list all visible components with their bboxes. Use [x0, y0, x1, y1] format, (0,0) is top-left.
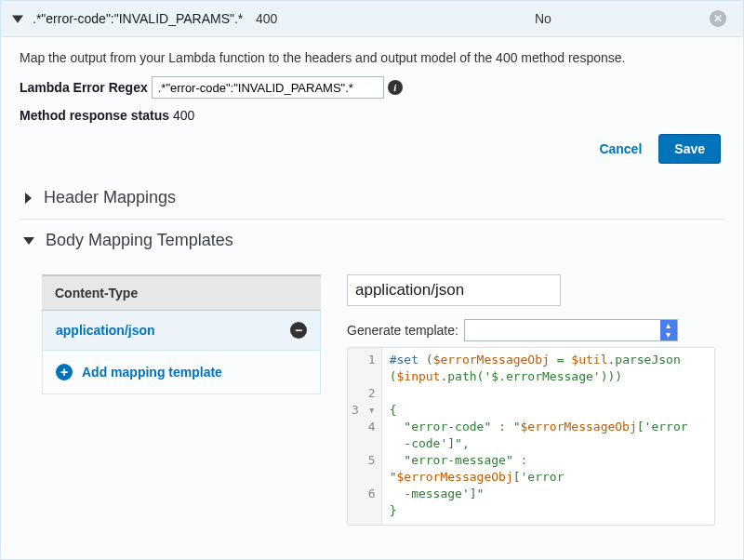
template-code-editor[interactable]: 1 23 ▾4 5 6 #set ($errorMessageObj = $ut…	[347, 347, 715, 526]
svg-marker-2	[23, 237, 34, 245]
generate-template-label: Generate template:	[347, 323, 458, 338]
status-code-cell: 400	[256, 11, 525, 26]
body-mapping-title: Body Mapping Templates	[46, 231, 233, 250]
content-type-link[interactable]: application/json	[56, 323, 155, 338]
header-mappings-title: Header Mappings	[44, 188, 176, 207]
header-mappings-section[interactable]: Header Mappings	[20, 177, 724, 220]
select-arrow-icon: ▴▾	[660, 320, 677, 340]
plus-icon: +	[56, 364, 73, 380]
proxy-cell: No	[535, 11, 695, 26]
regex-pattern-cell: .*"error-code":"INVALID_PARAMS".*	[33, 11, 246, 26]
method-status-label: Method response status	[20, 108, 169, 123]
add-mapping-template-label: Add mapping template	[82, 365, 222, 380]
content-type-header: Content-Type	[42, 274, 321, 311]
chevron-right-icon	[23, 193, 33, 204]
regex-label: Lambda Error Regex	[20, 80, 148, 95]
remove-content-type-icon[interactable]: −	[290, 322, 307, 339]
code-content[interactable]: #set ($errorMessageObj = $util.parseJson…	[382, 348, 714, 525]
method-status-value: 400	[173, 108, 194, 123]
regex-input[interactable]	[152, 76, 384, 99]
chevron-down-icon	[23, 236, 34, 246]
integration-response-row[interactable]: .*"error-code":"INVALID_PARAMS".* 400 No…	[1, 1, 743, 37]
section-description: Map the output from your Lambda function…	[20, 50, 724, 65]
add-mapping-template-button[interactable]: + Add mapping template	[43, 351, 320, 393]
svg-marker-0	[12, 15, 23, 22]
info-icon[interactable]: i	[388, 80, 403, 95]
code-gutter: 1 23 ▾4 5 6	[348, 348, 382, 525]
content-type-input[interactable]: application/json	[347, 274, 561, 306]
content-type-row[interactable]: application/json −	[43, 311, 320, 351]
delete-row-icon[interactable]: ✕	[710, 10, 726, 27]
body-mapping-section[interactable]: Body Mapping Templates	[20, 220, 724, 261]
save-button[interactable]: Save	[658, 134, 721, 164]
generate-template-select[interactable]: ▴▾	[464, 319, 678, 341]
cancel-button[interactable]: Cancel	[599, 141, 642, 156]
svg-marker-1	[25, 193, 32, 204]
expand-toggle-icon[interactable]	[12, 13, 23, 24]
content-type-input-value: application/json	[355, 281, 464, 300]
